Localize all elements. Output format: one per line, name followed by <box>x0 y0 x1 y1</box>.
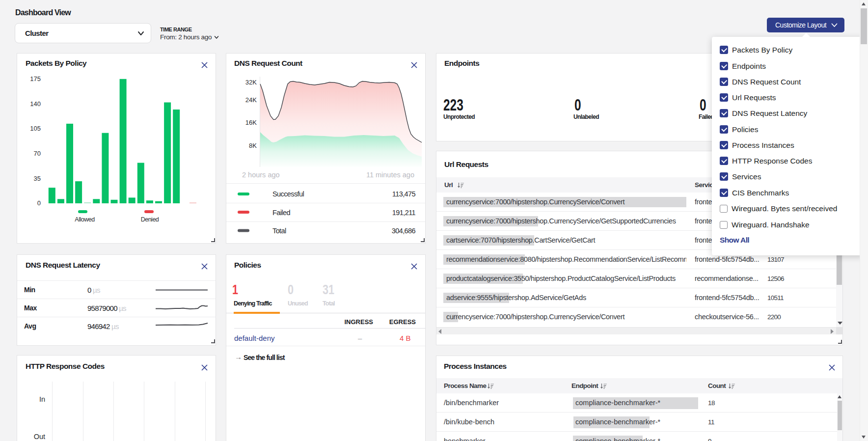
svg-text:In: In <box>39 395 45 403</box>
svg-text:191,211: 191,211 <box>392 209 416 217</box>
svg-text:32K: 32K <box>245 79 257 86</box>
svg-text:0: 0 <box>37 199 41 207</box>
svg-text:304,686: 304,686 <box>392 227 416 235</box>
svg-text:Out: Out <box>34 433 45 441</box>
svg-text:11 minutes ago: 11 minutes ago <box>366 171 414 179</box>
svg-text:140: 140 <box>30 100 41 108</box>
svg-text:Total: Total <box>272 227 286 235</box>
svg-text:113,475: 113,475 <box>392 190 416 198</box>
svg-text:24K: 24K <box>245 96 257 104</box>
svg-text:175: 175 <box>30 75 41 83</box>
svg-text:16K: 16K <box>245 119 257 126</box>
svg-text:Allowed: Allowed <box>75 216 95 223</box>
svg-text:70: 70 <box>34 150 41 157</box>
svg-text:Successful: Successful <box>272 190 304 198</box>
svg-text:Failed: Failed <box>272 209 290 217</box>
svg-text:8K: 8K <box>249 142 257 149</box>
svg-text:35: 35 <box>34 175 41 182</box>
svg-text:Denied: Denied <box>141 216 159 223</box>
svg-text:2 hours ago: 2 hours ago <box>242 171 280 179</box>
svg-text:105: 105 <box>30 125 41 132</box>
